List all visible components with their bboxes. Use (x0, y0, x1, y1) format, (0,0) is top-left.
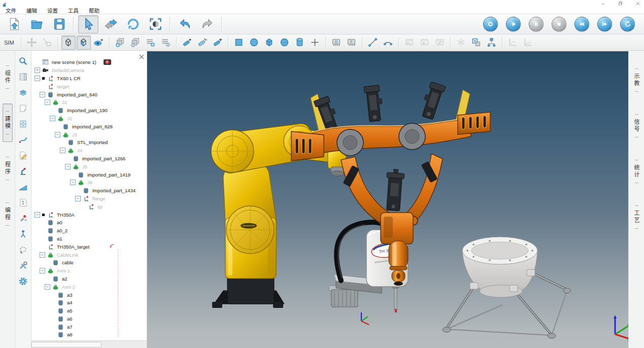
node-tree-button[interactable] (485, 36, 499, 50)
probe-point-button[interactable] (180, 36, 194, 50)
left-tab-组件[interactable]: 组件 (3, 58, 13, 96)
shape-cylinder-button[interactable] (293, 36, 307, 50)
rotate-tool-button[interactable] (123, 15, 143, 33)
note-tool-button[interactable] (18, 103, 29, 113)
tree-expander-minus[interactable]: − (40, 268, 45, 273)
tree-item[interactable]: +DefaultCamera (32, 66, 146, 75)
crimp-tool-tool-button[interactable] (18, 213, 29, 223)
scrollbar-thumb[interactable] (31, 342, 101, 347)
tree-item[interactable]: −imported_part_640 (32, 90, 146, 98)
close-button[interactable] (635, 1, 641, 6)
tree-expander-minus[interactable]: − (50, 116, 55, 121)
notebook-tool-button[interactable] (18, 72, 29, 82)
tree-expander-minus[interactable]: − (65, 164, 71, 169)
chip-d-button[interactable]: D (329, 36, 344, 50)
rows-remove-button[interactable] (159, 36, 173, 50)
copy-remove-button[interactable] (128, 36, 143, 50)
pause-button[interactable] (529, 17, 544, 31)
survey-tool-tool-button[interactable] (18, 229, 29, 239)
move-tool-button[interactable] (100, 15, 121, 33)
tree-item[interactable]: imported_part_1434 (32, 187, 146, 195)
tree-item[interactable]: −flange (32, 195, 146, 203)
doc-edit-tool-button[interactable] (18, 150, 29, 160)
record-button[interactable] (483, 17, 498, 31)
tree-item[interactable]: imported_part_1266 (32, 155, 146, 163)
cabinet-tool-button[interactable] (18, 119, 29, 129)
tree-item[interactable]: −Axis 1 (32, 267, 146, 275)
left-tab-编程[interactable]: 编程 (3, 195, 13, 233)
probe-angle-button[interactable] (195, 36, 210, 50)
shape-cross-button[interactable] (308, 36, 322, 50)
shape-square-button[interactable] (232, 36, 246, 50)
tree-item[interactable]: −CableLink (32, 251, 146, 259)
cube-shaded-button[interactable] (77, 36, 91, 50)
fast-forward-button[interactable] (597, 17, 612, 31)
select-tool-button[interactable] (78, 15, 98, 33)
tree-item[interactable]: −J3 (32, 130, 146, 138)
tree-expander-minus[interactable]: − (45, 99, 50, 105)
right-tab-示教[interactable]: 示教 (631, 61, 641, 99)
minimize-button[interactable] (600, 1, 606, 6)
tree-expander-minus[interactable]: − (35, 212, 40, 218)
tree-item[interactable]: imported_part_828 (32, 122, 146, 130)
rows-add-button[interactable] (144, 36, 158, 50)
chip-f-button[interactable]: F (345, 36, 359, 50)
tree-item[interactable]: −J4 (32, 147, 146, 155)
record-badge[interactable] (104, 59, 111, 65)
sigma-doc-tool-button[interactable]: Σ (18, 197, 29, 207)
tree-expander-minus[interactable]: − (45, 284, 50, 290)
center-view-tool-button[interactable] (145, 15, 165, 33)
tree-item[interactable]: target (32, 82, 146, 90)
left-tab-程序[interactable]: 程序 (3, 149, 13, 188)
tree-item[interactable]: a6 (32, 315, 146, 323)
ramp-tool-button[interactable] (18, 182, 29, 192)
undo-button[interactable] (175, 15, 195, 33)
stop-button[interactable] (552, 17, 566, 31)
tree-item[interactable]: a2 (32, 275, 146, 283)
tree-item[interactable]: tip (32, 202, 146, 211)
right-tab-信号[interactable]: 信号 (631, 107, 641, 145)
layers-link-button[interactable] (469, 36, 484, 50)
tree-expander-minus[interactable]: − (70, 180, 76, 185)
menu-item-0[interactable]: 文件 (4, 7, 18, 14)
tree-item[interactable]: imported_part_1419 (32, 170, 146, 179)
tree-item[interactable]: TH350A_target (32, 242, 146, 251)
tree-item[interactable]: imported_part_190 (32, 107, 146, 115)
cube-wire-button[interactable] (61, 36, 76, 50)
gear-tool-button[interactable] (18, 276, 29, 286)
layers-tool-button[interactable] (18, 87, 29, 97)
tree-item[interactable]: a4 (32, 299, 146, 307)
left-tab-建模[interactable]: 建模 (3, 103, 13, 142)
shape-sphere-button[interactable] (247, 36, 261, 50)
path-curve-tool-button[interactable] (18, 134, 29, 145)
probe-cross-button[interactable] (211, 36, 225, 50)
play-button[interactable] (506, 17, 521, 31)
tree-expander-minus[interactable]: − (35, 76, 40, 81)
right-tab-统计[interactable]: 统计 (631, 152, 641, 191)
tree-item[interactable]: a3 (32, 291, 146, 299)
tree-expander-minus[interactable]: − (55, 132, 60, 137)
shape-sphere-slice-button[interactable] (278, 36, 292, 50)
tree-item[interactable]: −J6 (32, 179, 146, 187)
tools-tool-button[interactable] (18, 260, 29, 270)
redo-button[interactable] (197, 15, 217, 33)
tree-item[interactable]: −J2 (32, 115, 146, 123)
tree-item[interactable]: new scene (scene 1) (32, 58, 146, 66)
tree-expander-minus[interactable]: − (60, 148, 65, 153)
menu-item-2[interactable]: 设置 (46, 7, 59, 14)
arc-points-button[interactable] (381, 36, 395, 50)
new-file-button[interactable] (4, 15, 24, 33)
tree-expander-minus[interactable]: − (40, 252, 45, 258)
tree-item[interactable]: a0_2 (32, 227, 146, 235)
tree-horizontal-scrollbar[interactable] (31, 340, 147, 348)
shape-box-button[interactable] (262, 36, 277, 50)
tree-item[interactable]: a1 (32, 235, 146, 243)
tree-item[interactable]: STL_Imported (32, 138, 146, 147)
panel-close-icon[interactable] (139, 52, 144, 57)
tree-item[interactable]: −TX60 L CR (32, 75, 146, 83)
zoom-tool-button[interactable] (18, 56, 29, 66)
eye-add-button[interactable] (92, 36, 106, 50)
copy-add-button[interactable] (113, 36, 127, 50)
tree-expander-minus[interactable]: − (75, 196, 81, 201)
menu-item-4[interactable]: 帮助 (87, 7, 101, 14)
